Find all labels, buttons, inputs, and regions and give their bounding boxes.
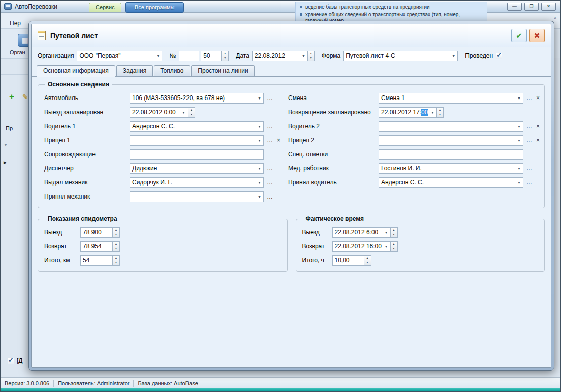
ellipsis-button[interactable]: …	[525, 137, 533, 144]
number-spin-buttons[interactable]: ▲ ▼	[222, 51, 229, 61]
filter-icon[interactable]: ▼	[4, 143, 8, 147]
trailer-1-combo[interactable]: ▼	[130, 135, 264, 146]
clear-button[interactable]: ×	[535, 137, 541, 144]
dropdown-arrow-icon[interactable]: ▼	[255, 195, 261, 199]
shift-combo[interactable]: Смена 1 ▼	[379, 93, 523, 104]
clear-button[interactable]: ×	[276, 137, 282, 144]
ellipsis-button[interactable]: …	[525, 165, 533, 172]
dropdown-arrow-icon[interactable]: ▼	[255, 139, 261, 142]
cancel-button[interactable]: ✖	[529, 29, 545, 42]
dropdown-arrow-icon[interactable]: ▼	[179, 111, 185, 114]
tab-fuel[interactable]: Топливо	[154, 65, 190, 76]
vehicle-combo[interactable]: 106 (МАЗ-533605-220, ва 678 не) ▼	[130, 93, 264, 104]
spin-buttons[interactable]: ▲ ▼	[437, 107, 444, 118]
actual-return-picker[interactable]: 22.08.2012 16:00 ▼	[332, 241, 391, 252]
collapse-ribbon-icon[interactable]: ^	[554, 17, 556, 22]
maximize-icon: ❐	[529, 4, 533, 9]
ellipsis-button[interactable]: …	[266, 123, 274, 130]
dropdown-arrow-icon[interactable]: ▼	[255, 96, 261, 100]
organization-combo[interactable]: ООО "Первая" ▼	[77, 51, 162, 61]
driver-1-combo[interactable]: Андерсон С. С. ▼	[130, 121, 264, 132]
total-hours-input[interactable]: 10,00	[332, 255, 364, 266]
clear-button[interactable]: ×	[535, 123, 541, 130]
ribbon-tab-all-programs[interactable]: Все программы	[125, 2, 184, 13]
spin-buttons[interactable]: ▲ ▼	[391, 227, 398, 238]
ellipsis-button[interactable]: …	[525, 179, 533, 186]
maximize-button[interactable]: ❐	[524, 3, 539, 11]
odometer-total-input[interactable]: 54	[80, 255, 113, 266]
ellipsis-button[interactable]: …	[266, 94, 274, 102]
tab-main-info[interactable]: Основная информация	[37, 65, 115, 77]
trailer-2-combo[interactable]: ▼	[379, 135, 523, 146]
dropdown-arrow-icon[interactable]: ▼	[255, 167, 261, 170]
dropdown-arrow-icon[interactable]: ▼	[428, 111, 434, 114]
dropdown-arrow-icon[interactable]: ▼	[515, 181, 521, 184]
spin-buttons[interactable]: ▲ ▼	[391, 241, 398, 252]
posted-checkbox[interactable]: ✓	[496, 53, 502, 59]
ribbon-tab-service[interactable]: Сервис	[89, 3, 121, 12]
close-button[interactable]: ✕	[541, 3, 556, 11]
toolbar-caption-fragment: Орган	[10, 49, 25, 55]
dropdown-arrow-icon[interactable]: ▼	[449, 54, 455, 58]
departure-planned-picker[interactable]: 22.08.2012 0:00 ▼	[130, 107, 188, 118]
number-series-input[interactable]	[179, 51, 199, 61]
med-worker-combo[interactable]: Гостинов И. И. ▼	[379, 163, 523, 174]
ellipsis-button[interactable]: …	[525, 94, 533, 102]
add-icon[interactable]: +	[9, 92, 14, 102]
clear-button[interactable]: ×	[535, 94, 541, 102]
driver-2-combo[interactable]: ▼	[379, 121, 523, 132]
odometer-return-input[interactable]: 78 954	[80, 241, 113, 252]
tab-tasks[interactable]: Задания	[116, 65, 153, 76]
menu-item-fragment[interactable]: Пер	[10, 20, 21, 27]
actual-departure-picker[interactable]: 22.08.2012 6:00 ▼	[332, 227, 391, 238]
minimize-button[interactable]: —	[507, 3, 522, 11]
spin-buttons[interactable]: ▲ ▼	[113, 241, 120, 252]
dialog-titlebar[interactable]: Путевой лист ✔ ✖	[32, 24, 551, 47]
divider	[1, 58, 28, 59]
ellipsis-button[interactable]: …	[266, 193, 274, 200]
cancel-x-icon: ✖	[534, 31, 540, 40]
check-icon: ✓	[8, 356, 14, 364]
odometer-group: Показания спидометра Выезд 78 900 ▲ ▼	[38, 215, 288, 272]
dropdown-arrow-icon[interactable]: ▼	[299, 54, 305, 58]
dropdown-arrow-icon[interactable]: ▼	[382, 245, 388, 248]
document-header-row: Организация ООО "Первая" ▼ № 50 ▲ ▼ Дата	[32, 47, 551, 64]
spin-buttons[interactable]: ▲ ▼	[113, 227, 120, 238]
escorts-input[interactable]	[130, 149, 264, 160]
field-special-marks: Спец. отметки	[288, 147, 538, 161]
accepted-driver-combo[interactable]: Андерсон С. С. ▼	[379, 177, 523, 188]
dropdown-arrow-icon[interactable]: ▼	[154, 54, 160, 58]
ellipsis-button[interactable]: …	[266, 165, 274, 172]
edit-icon[interactable]: ✎	[22, 93, 28, 101]
spin-buttons[interactable]: ▲ ▼	[113, 255, 120, 266]
odometer-departure-input[interactable]: 78 900	[80, 227, 113, 238]
date-picker[interactable]: 22.08.2012 ▼	[252, 51, 308, 61]
tab-downtime[interactable]: Простои на линии	[191, 65, 254, 76]
hint-text: ведение базы транспортных средств на пре…	[305, 4, 430, 10]
special-marks-input[interactable]	[379, 149, 523, 160]
ellipsis-button[interactable]: …	[266, 137, 274, 144]
number-input[interactable]: 50	[201, 51, 222, 61]
dropdown-arrow-icon[interactable]: ▼	[515, 139, 521, 142]
dropdown-arrow-icon[interactable]: ▼	[255, 181, 261, 184]
return-planned-picker[interactable]: 22.08.2012 17:00 ▼	[379, 107, 437, 118]
spin-buttons[interactable]: ▲ ▼	[188, 107, 195, 118]
row-marker-icon: ►	[3, 160, 8, 165]
form-combo[interactable]: Путевой лист 4-С ▼	[343, 51, 458, 61]
ellipsis-button[interactable]: …	[525, 123, 533, 130]
accepted-mechanic-combo[interactable]: ▼	[130, 191, 264, 202]
divider	[133, 380, 134, 387]
dropdown-arrow-icon[interactable]: ▼	[515, 167, 521, 170]
selected-text: 00	[421, 109, 428, 116]
dispatcher-combo[interactable]: Дидюкин ▼	[130, 163, 264, 174]
spin-buttons[interactable]: ▲ ▼	[364, 255, 371, 266]
issued-mechanic-combo[interactable]: Сидорчук И. Г. ▼	[130, 177, 264, 188]
dropdown-arrow-icon[interactable]: ▼	[255, 125, 261, 128]
dropdown-arrow-icon[interactable]: ▼	[515, 96, 521, 100]
dropdown-arrow-icon[interactable]: ▼	[382, 231, 388, 234]
dropdown-arrow-icon[interactable]: ▼	[515, 125, 521, 128]
ellipsis-button[interactable]: …	[266, 179, 274, 186]
ok-button[interactable]: ✔	[511, 29, 527, 42]
bottom-checkbox[interactable]: ✓	[8, 358, 14, 364]
date-spin-buttons[interactable]: ▲ ▼	[308, 51, 315, 61]
